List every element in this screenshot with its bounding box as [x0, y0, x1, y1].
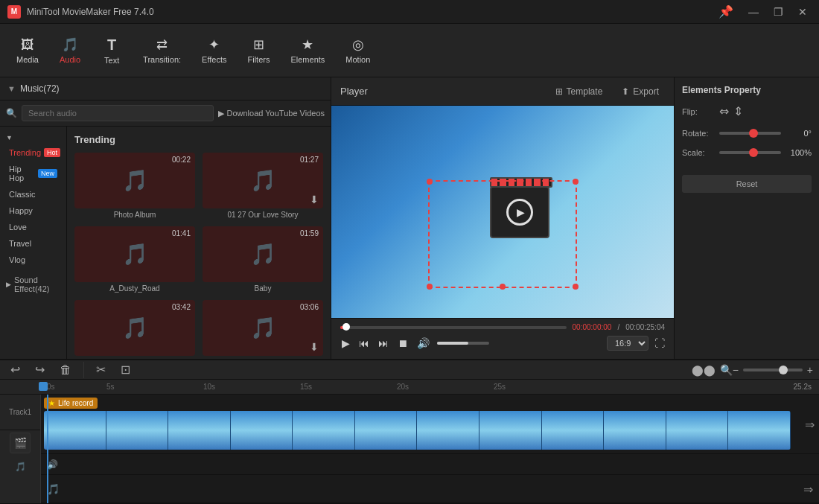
playhead[interactable] — [47, 395, 48, 503]
music-section-header[interactable]: ▼ — [0, 131, 66, 144]
flip-vertical-btn[interactable]: ⇕ — [733, 104, 743, 118]
cut-btn[interactable]: ✂ — [92, 360, 110, 379]
aspect-ratio-select[interactable]: 16:9 9:16 1:1 4:3 — [607, 336, 648, 351]
handle-top-right[interactable] — [573, 179, 579, 185]
current-time: 00:00:00:00 — [573, 323, 612, 331]
video-track-row: ★ Life record — [41, 395, 819, 454]
split-icon[interactable]: ⬤⬤ — [692, 364, 716, 376]
zoom-out-icon[interactable]: 🔍− — [720, 364, 739, 376]
video-track-side-btn[interactable]: ⇒ — [805, 417, 815, 431]
rotate-slider[interactable] — [719, 132, 781, 135]
toolbar-elements[interactable]: ★ Elements — [281, 32, 334, 68]
music-thumb-our-love-story[interactable]: 01:27 🎵 ⬇ — [203, 153, 323, 208]
toolbar-motion[interactable]: ◎ Motion — [337, 32, 379, 68]
music-note-icon-6: 🎵 — [250, 316, 276, 340]
strip-frame-6 — [355, 411, 418, 450]
export-btn[interactable]: ⬆ Export — [616, 83, 665, 100]
category-love[interactable]: Love — [0, 219, 66, 235]
handle-bottom-mid[interactable] — [500, 284, 506, 290]
scale-slider[interactable] — [719, 151, 781, 154]
video-strip[interactable] — [44, 411, 791, 450]
selection-box[interactable] — [428, 180, 577, 288]
pin-icon[interactable]: 📌 — [714, 3, 738, 20]
close-btn[interactable]: ✕ — [794, 4, 812, 19]
music-item-our-love-story[interactable]: 01:27 🎵 ⬇ 01 27 Our Love Story — [203, 153, 323, 219]
titlebar-controls[interactable]: 📌 — ❐ ✕ — [714, 3, 812, 20]
reset-btn[interactable]: Reset — [682, 175, 812, 193]
volume-icon[interactable]: 🔊 — [415, 336, 431, 351]
rotate-thumb[interactable] — [749, 129, 758, 138]
music-item-dusty-road[interactable]: 01:41 🎵 A_Dusty_Road — [74, 226, 195, 293]
app-title: MiniTool MovieMaker Free 7.4.0 — [27, 7, 154, 17]
progress-dot[interactable] — [342, 323, 350, 331]
progress-bar-area: 00:00:00:00 / 00:00:25:04 — [340, 323, 665, 331]
minimize-btn[interactable]: — — [744, 4, 763, 19]
tracks-main: ★ Life record — [41, 395, 819, 503]
clip-star-icon: ★ — [48, 399, 55, 407]
audio-track-icon: 🎵 — [15, 462, 26, 472]
life-record-clip[interactable]: ★ Life record — [44, 398, 98, 409]
category-travel[interactable]: Travel — [0, 235, 66, 252]
maximize-btn[interactable]: ❐ — [769, 4, 788, 19]
fullscreen-btn[interactable]: ⛶ — [654, 337, 665, 349]
play-btn[interactable]: ▶ — [340, 336, 351, 351]
filters-icon: ⊞ — [253, 36, 264, 53]
music-thumb-baby[interactable]: 01:59 🎵 — [203, 226, 323, 282]
category-happy[interactable]: Happy — [0, 202, 66, 219]
music-item-baby[interactable]: 01:59 🎵 Baby — [203, 226, 323, 293]
toolbar-transition[interactable]: ⇄ Transition: — [134, 32, 190, 68]
category-vlog[interactable]: Vlog — [0, 252, 66, 268]
music-thumb-dusty-road[interactable]: 01:41 🎵 — [74, 226, 195, 282]
template-icon: ⊞ — [555, 86, 563, 97]
toolbar-media[interactable]: 🖼 Media — [7, 33, 48, 68]
toolbar-text[interactable]: T Text — [92, 32, 131, 69]
handle-top-left[interactable] — [427, 179, 433, 185]
flip-horizontal-btn[interactable]: ⇔ — [719, 104, 729, 118]
strip-frame-7 — [417, 411, 479, 450]
prev-frame-btn[interactable]: ⏮ — [357, 336, 371, 351]
music-thumb-photo-album[interactable]: 00:22 🎵 — [74, 153, 195, 208]
scale-thumb[interactable] — [749, 148, 758, 157]
search-input[interactable] — [22, 105, 214, 121]
media-icon: 🖼 — [21, 37, 34, 53]
handle-bottom-left[interactable] — [427, 284, 433, 290]
category-hiphop[interactable]: Hip Hop New — [0, 161, 66, 186]
music-item-photo-album[interactable]: 00:22 🎵 Photo Album — [74, 153, 195, 219]
delete-btn[interactable]: 🗑 — [55, 361, 76, 379]
sound-effects-section-header[interactable]: ▶ Sound Effect(42) — [0, 272, 66, 296]
zoom-slider[interactable] — [743, 369, 803, 371]
strip-frame-9 — [542, 411, 605, 450]
toolbar-effects[interactable]: ✦ Effects — [193, 32, 235, 68]
export-icon: ⬆ — [622, 86, 629, 97]
volume-slider[interactable] — [437, 342, 489, 345]
crop-btn[interactable]: ⊡ — [116, 360, 135, 379]
music-item-5[interactable]: 03:42 🎵 — [74, 300, 195, 358]
redo-btn[interactable]: ↪ — [31, 360, 49, 379]
zoom-in-icon[interactable]: + — [807, 364, 813, 376]
next-frame-btn[interactable]: ⏭ — [377, 336, 390, 351]
stop-btn[interactable]: ⏹ — [396, 336, 410, 351]
strip-frame-10 — [604, 411, 666, 450]
timeline-end-time: 25.2s — [794, 383, 812, 391]
category-trending[interactable]: Trending Hot — [0, 144, 66, 161]
toolbar-audio[interactable]: 🎵 Audio — [51, 32, 89, 68]
download-icon-6[interactable]: ⬇ — [310, 341, 319, 353]
category-classic[interactable]: Classic — [0, 186, 66, 202]
handle-top-mid[interactable] — [500, 179, 506, 185]
download-icon[interactable]: ⬇ — [310, 194, 319, 205]
template-btn[interactable]: ⊞ Template — [549, 83, 609, 100]
rotate-label: Rotate: — [682, 129, 719, 138]
undo-btn[interactable]: ↩ — [6, 360, 25, 379]
music-track-side-btn[interactable]: ⇒ — [803, 482, 813, 496]
strip-frame-12 — [728, 411, 791, 450]
zoom-thumb[interactable] — [779, 366, 788, 374]
add-video-track-btn[interactable]: 🎬 — [10, 433, 31, 453]
ruler-marks: 0s 5s 10s 15s 20s 25s — [47, 383, 553, 391]
music-item-6[interactable]: 03:06 🎵 ⬇ — [203, 300, 323, 358]
toolbar-filters[interactable]: ⊞ Filters — [239, 32, 279, 68]
handle-bottom-right[interactable] — [573, 284, 579, 290]
download-youtube-btn[interactable]: ▶ Download YouTube Videos — [218, 109, 325, 118]
progress-bar[interactable] — [340, 326, 567, 329]
music-thumb-5[interactable]: 03:42 🎵 — [74, 300, 195, 356]
music-thumb-6[interactable]: 03:06 🎵 ⬇ — [203, 300, 323, 356]
